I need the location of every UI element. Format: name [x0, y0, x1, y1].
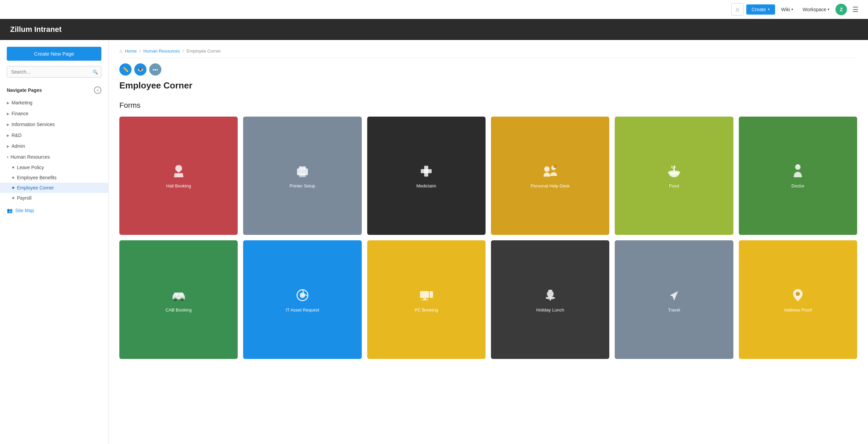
sidebar-item-information-services[interactable]: ▶ Information Services [0, 119, 108, 130]
subitem-label: Payroll [17, 195, 32, 201]
form-label-cab-booking: CAB Booking [165, 307, 192, 313]
sidebar-subitem-payroll[interactable]: Payroll [0, 193, 108, 203]
form-label-doctor: Doctor [791, 183, 804, 189]
subitem-label: Leave Policy [17, 165, 44, 170]
form-label-printer-setup: Printer Setup [290, 183, 315, 189]
breadcrumb-current: Employee Corner [186, 48, 221, 54]
holiday-lunch-icon [541, 286, 559, 304]
sidebar-item-label: Information Services [12, 122, 55, 127]
navigate-pages-header: Navigate Pages + [0, 84, 108, 97]
sidebar-item-label: Human Resources [11, 154, 50, 160]
sidebar-item-label: R&D [12, 133, 22, 138]
search-input[interactable] [7, 66, 101, 78]
more-button[interactable]: ••• [149, 63, 161, 76]
form-card-holiday-lunch[interactable]: Holiday Lunch [491, 240, 609, 359]
breadcrumb: ⌂ Home / Human Resources / Employee Corn… [119, 48, 857, 58]
dot-icon [12, 187, 14, 189]
breadcrumb-parent-link[interactable]: Human Resources [143, 48, 180, 54]
user-avatar[interactable]: Z [835, 4, 847, 15]
forms-grid-row2: CAB Booking IT Asset Request [119, 240, 857, 359]
svg-rect-3 [300, 174, 305, 175]
svg-rect-22 [420, 291, 429, 298]
create-label: Create [752, 7, 766, 12]
view-button[interactable]: 👁️ [134, 63, 146, 76]
food-icon [665, 162, 683, 180]
svg-rect-25 [423, 298, 426, 300]
workspace-label: Workspace [803, 7, 826, 12]
subitem-label: Employee Benefits [17, 175, 57, 180]
breadcrumb-home-icon: ⌂ [119, 48, 122, 54]
top-navigation: ⌂ Create ▾ Wiki ▾ Workspace ▾ Z ☰ [0, 0, 868, 19]
form-label-holiday-lunch: Holiday Lunch [536, 307, 564, 313]
breadcrumb-sep2: / [182, 48, 184, 54]
expand-icon: ▶ [7, 112, 9, 116]
action-icons: ✏️ 👁️ ••• [119, 63, 857, 76]
brand-title: Zillum Intranet [10, 25, 62, 34]
edit-button[interactable]: ✏️ [119, 63, 132, 76]
svg-rect-30 [550, 299, 551, 301]
expand-icon: ▶ [7, 123, 9, 126]
form-label-address-proof: Address Proof [784, 307, 812, 313]
sidebar-item-label: Admin [12, 143, 25, 149]
sidebar-item-human-resources[interactable]: ▾ Human Resources [0, 152, 108, 162]
sidebar-item-label: Marketing [12, 100, 32, 105]
sidebar-item-marketing[interactable]: ▶ Marketing [0, 97, 108, 108]
sidebar-subitem-leave-policy[interactable]: Leave Policy [0, 162, 108, 173]
svg-rect-26 [421, 300, 428, 300]
search-container: 🔍 [7, 66, 101, 78]
svg-point-16 [174, 298, 177, 301]
forms-grid-row1: Hall Booking Printer Setup [119, 117, 857, 235]
breadcrumb-home-link[interactable]: Home [125, 48, 137, 54]
form-card-hall-booking[interactable]: Hall Booking [119, 117, 238, 235]
create-caret-icon: ▾ [768, 7, 770, 11]
sitemap-link[interactable]: 👥 Site Map [0, 203, 108, 218]
form-label-hall-booking: Hall Booking [166, 183, 191, 189]
main-content: ⌂ Home / Human Resources / Employee Corn… [108, 40, 868, 444]
form-card-doctor[interactable]: Doctor [739, 117, 857, 235]
sidebar-item-rnd[interactable]: ▶ R&D [0, 130, 108, 141]
collapse-icon: ▾ [7, 155, 8, 159]
pc-booking-icon [417, 286, 435, 304]
doctor-icon [789, 162, 807, 180]
form-card-address-proof[interactable]: Address Proof [739, 240, 857, 359]
hamburger-icon[interactable]: ☰ [850, 4, 861, 15]
form-card-helpdesk[interactable]: ! Personal Help Desk [491, 117, 609, 235]
brand-bar: Zillum Intranet [0, 19, 868, 40]
cab-booking-icon [170, 286, 188, 304]
sidebar-item-finance[interactable]: ▶ Finance [0, 108, 108, 119]
sitemap-label: Site Map [15, 208, 34, 213]
expand-icon: ▶ [7, 134, 9, 137]
sidebar-create-button[interactable]: Create New Page [7, 47, 101, 61]
create-button[interactable]: Create ▾ [746, 4, 775, 15]
form-card-it-asset[interactable]: IT Asset Request [243, 240, 361, 359]
section-title: Forms [119, 101, 857, 110]
dot-icon [12, 166, 14, 168]
form-card-food[interactable]: Food [615, 117, 733, 235]
form-label-travel: Travel [668, 307, 680, 313]
form-card-travel[interactable]: Travel [615, 240, 733, 359]
expand-icon: ▶ [7, 144, 9, 148]
nav-header-label: Navigate Pages [7, 87, 42, 93]
wiki-menu[interactable]: Wiki ▾ [778, 5, 796, 14]
add-page-icon[interactable]: + [94, 86, 101, 94]
form-label-helpdesk: Personal Help Desk [531, 183, 570, 189]
svg-rect-2 [299, 173, 306, 177]
home-button[interactable]: ⌂ [731, 3, 744, 16]
form-card-pc-booking[interactable]: PC Booking [367, 240, 486, 359]
svg-point-31 [796, 292, 800, 296]
breadcrumb-sep1: / [139, 48, 141, 54]
sidebar-item-admin[interactable]: ▶ Admin [0, 141, 108, 152]
mediclaim-icon [417, 162, 435, 180]
form-card-cab-booking[interactable]: CAB Booking [119, 240, 238, 359]
svg-text:!: ! [554, 165, 555, 168]
form-card-mediclaim[interactable]: Mediclaim [367, 117, 486, 235]
search-icon: 🔍 [93, 69, 98, 75]
hall-booking-icon [170, 162, 188, 180]
svg-point-15 [797, 165, 799, 167]
address-proof-icon [789, 286, 807, 304]
expand-icon: ▶ [7, 101, 9, 105]
sidebar-subitem-employee-benefits[interactable]: Employee Benefits [0, 173, 108, 183]
workspace-menu[interactable]: Workspace ▾ [799, 5, 833, 14]
sidebar-subitem-employee-corner[interactable]: Employee Corner [0, 183, 108, 193]
form-card-printer-setup[interactable]: Printer Setup [243, 117, 361, 235]
